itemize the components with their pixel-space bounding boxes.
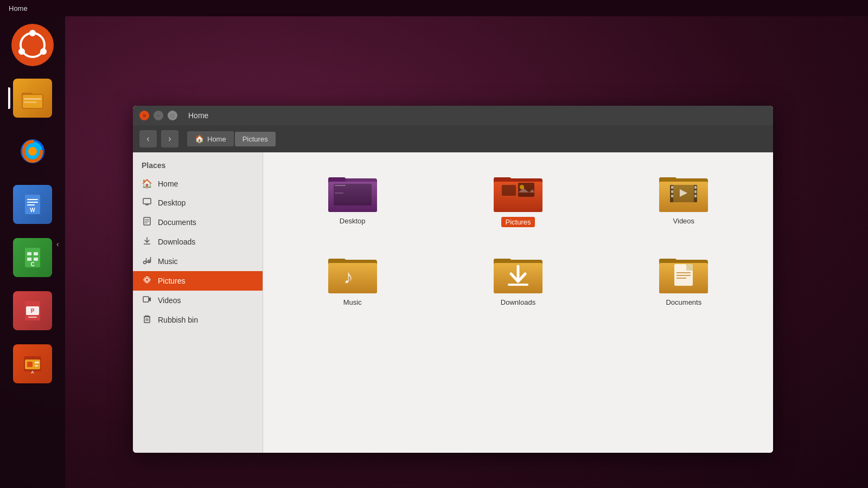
- sidebar-item-downloads[interactable]: Downloads: [133, 232, 263, 252]
- back-button[interactable]: ‹: [139, 130, 157, 147]
- breadcrumb-home-label: Home: [207, 135, 226, 143]
- svg-rect-36: [145, 204, 149, 206]
- svg-point-51: [144, 279, 145, 280]
- minimize-button[interactable]: −: [154, 111, 163, 120]
- forward-button[interactable]: ›: [161, 130, 178, 147]
- svg-point-3: [18, 48, 25, 55]
- folder-music[interactable]: ♪ Music: [276, 247, 429, 313]
- svg-text:W: W: [30, 207, 35, 213]
- folder-pictures[interactable]: Pictures: [442, 165, 594, 234]
- desktop-icon: [142, 197, 152, 208]
- music-icon: [142, 256, 152, 267]
- svg-rect-23: [34, 258, 38, 261]
- folder-pictures-icon: [494, 172, 542, 213]
- svg-rect-63: [334, 184, 372, 206]
- pictures-icon: [142, 275, 152, 286]
- svg-rect-78: [671, 186, 673, 189]
- svg-point-47: [145, 278, 149, 281]
- forward-icon: ›: [168, 134, 171, 144]
- sidebar-label-rubbish: Rubbish bin: [158, 316, 198, 324]
- svg-rect-8: [24, 98, 41, 100]
- folder-documents-icon: [659, 253, 708, 294]
- sidebar-label-music: Music: [158, 257, 178, 266]
- launcher-icon-writer[interactable]: W: [8, 180, 57, 229]
- svg-rect-16: [27, 202, 38, 203]
- svg-rect-17: [27, 204, 35, 206]
- videos-icon: [142, 295, 152, 306]
- launcher-icon-ubuntu[interactable]: [8, 21, 57, 69]
- launcher-icon-firefox[interactable]: [8, 127, 57, 176]
- sidebar-item-rubbish[interactable]: Rubbish bin: [133, 310, 263, 330]
- sidebar-item-documents[interactable]: Documents: [133, 213, 263, 232]
- svg-rect-28: [28, 317, 37, 318]
- folder-downloads-icon: [494, 253, 542, 294]
- home-icon: 🏠: [195, 134, 204, 143]
- svg-text:P: P: [31, 308, 35, 314]
- svg-rect-20: [27, 252, 31, 255]
- sidebar-item-desktop[interactable]: Desktop: [133, 193, 263, 213]
- close-button[interactable]: ✕: [139, 111, 149, 120]
- folder-videos[interactable]: Videos: [608, 165, 760, 234]
- svg-rect-83: [694, 195, 697, 197]
- window-title: Home: [188, 111, 208, 120]
- sidebar-label-documents: Documents: [158, 218, 196, 227]
- folder-desktop-label: Desktop: [340, 217, 366, 225]
- maximize-button[interactable]: □: [168, 111, 177, 120]
- svg-rect-32: [35, 362, 39, 363]
- folder-downloads[interactable]: Downloads: [442, 247, 594, 313]
- folder-documents-label: Documents: [666, 298, 701, 306]
- file-manager-window: ✕ − □ Home ‹ › 🏠 Home Pictures Places: [133, 106, 773, 453]
- sidebar-item-videos[interactable]: Videos: [133, 291, 263, 310]
- folder-desktop-icon: [328, 172, 377, 213]
- folder-music-label: Music: [343, 298, 362, 306]
- folder-music-icon: ♪: [328, 253, 377, 294]
- svg-rect-69: [502, 185, 516, 196]
- svg-rect-65: [335, 192, 343, 194]
- launcher-icon-software-center[interactable]: A: [8, 339, 57, 388]
- launcher-arrow[interactable]: ‹: [56, 240, 59, 248]
- launcher-icon-filemanager[interactable]: [8, 74, 57, 123]
- window-titlebar: ✕ − □ Home: [133, 106, 773, 125]
- sidebar-label-downloads: Downloads: [158, 237, 195, 246]
- svg-rect-53: [143, 297, 149, 302]
- breadcrumb-area: 🏠 Home Pictures: [187, 131, 276, 146]
- breadcrumb-home[interactable]: 🏠 Home: [187, 131, 234, 146]
- folder-documents[interactable]: Documents: [608, 247, 760, 313]
- svg-rect-9: [24, 101, 37, 103]
- sidebar-item-pictures[interactable]: Pictures: [133, 271, 263, 291]
- window-content: Places 🏠 Home Desktop Documents: [133, 152, 773, 453]
- launcher: W C P: [0, 16, 65, 488]
- svg-rect-31: [27, 362, 33, 367]
- svg-rect-80: [671, 195, 673, 197]
- svg-rect-70: [518, 183, 534, 197]
- launcher-icon-calc[interactable]: C: [8, 233, 57, 282]
- launcher-icon-impress[interactable]: P: [8, 286, 57, 335]
- global-title-bar: Home: [0, 0, 868, 16]
- svg-text:♪: ♪: [343, 266, 353, 288]
- downloads-icon: [142, 236, 152, 247]
- svg-rect-79: [671, 190, 673, 193]
- svg-text:C: C: [30, 261, 34, 267]
- folder-videos-icon: [659, 172, 708, 213]
- documents-icon: [142, 217, 152, 228]
- sidebar-item-music[interactable]: Music: [133, 252, 263, 271]
- folder-desktop[interactable]: Desktop: [276, 165, 429, 234]
- sidebar-label-home: Home: [158, 179, 178, 188]
- svg-point-48: [144, 277, 150, 283]
- home-icon: 🏠: [142, 178, 152, 189]
- breadcrumb-pictures-label: Pictures: [242, 135, 268, 143]
- sidebar-item-home[interactable]: 🏠 Home: [133, 174, 263, 193]
- svg-point-12: [28, 147, 37, 156]
- sidebar-section-title: Places: [133, 161, 263, 174]
- global-title: Home: [9, 4, 28, 12]
- folder-downloads-label: Downloads: [501, 298, 535, 306]
- svg-rect-82: [694, 190, 697, 193]
- svg-rect-35: [143, 198, 151, 204]
- svg-rect-64: [335, 185, 346, 186]
- svg-point-2: [29, 30, 36, 36]
- svg-rect-81: [694, 186, 697, 189]
- sidebar-label-desktop: Desktop: [158, 198, 186, 207]
- breadcrumb-pictures[interactable]: Pictures: [235, 132, 276, 146]
- sidebar-label-pictures: Pictures: [158, 277, 186, 285]
- svg-point-49: [146, 277, 148, 278]
